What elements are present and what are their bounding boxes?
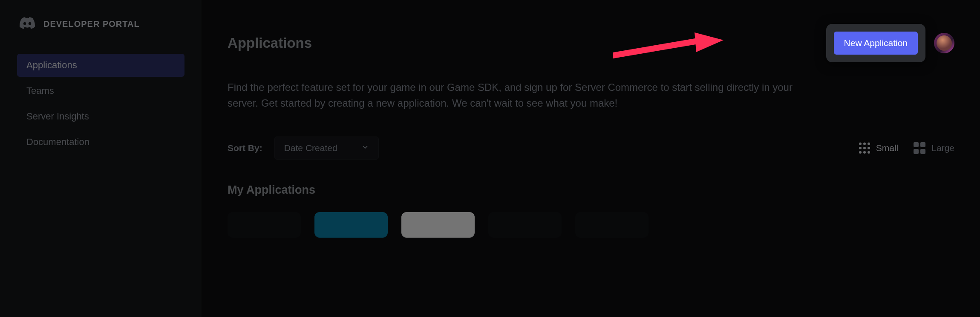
- view-small-button[interactable]: Small: [859, 143, 899, 154]
- application-card[interactable]: [401, 212, 475, 238]
- brand: DEVELOPER PORTAL: [20, 17, 184, 31]
- sort-label: Sort By:: [228, 143, 262, 153]
- chevron-down-icon: [361, 143, 369, 153]
- avatar-image: [937, 35, 952, 51]
- new-application-button[interactable]: New Application: [834, 32, 918, 55]
- avatar[interactable]: [934, 33, 954, 53]
- brand-title: DEVELOPER PORTAL: [43, 19, 140, 29]
- page-title: Applications: [228, 35, 312, 51]
- application-card[interactable]: [228, 212, 301, 238]
- new-application-highlight: New Application: [826, 24, 925, 62]
- sidebar-item-server-insights[interactable]: Server Insights: [17, 105, 184, 128]
- sort-control: Sort By: Date Created: [228, 137, 379, 160]
- sort-select[interactable]: Date Created: [274, 137, 379, 160]
- view-large-label: Large: [931, 143, 954, 153]
- view-toggles: Small Large: [859, 142, 954, 154]
- application-card[interactable]: [488, 212, 562, 238]
- sidebar-item-label: Server Insights: [26, 111, 89, 122]
- view-large-button[interactable]: Large: [914, 142, 954, 154]
- page-description: Find the perfect feature set for your ga…: [228, 79, 824, 111]
- application-cards: [228, 212, 954, 238]
- sidebar-item-label: Documentation: [26, 137, 89, 147]
- sidebar-item-documentation[interactable]: Documentation: [17, 131, 184, 154]
- topbar: Applications New Application: [228, 24, 954, 62]
- controls-row: Sort By: Date Created Small Large: [228, 137, 954, 160]
- top-right: New Application: [826, 24, 954, 62]
- section-title: My Applications: [228, 183, 954, 197]
- sidebar-item-label: Teams: [26, 85, 54, 96]
- sidebar-item-applications[interactable]: Applications: [17, 54, 184, 77]
- application-card[interactable]: [314, 212, 388, 238]
- discord-logo-icon: [20, 17, 35, 31]
- grid-small-icon: [859, 143, 870, 154]
- sort-selected-value: Date Created: [284, 143, 337, 153]
- view-small-label: Small: [876, 143, 899, 153]
- sidebar-item-label: Applications: [26, 60, 77, 70]
- sidebar-item-teams[interactable]: Teams: [17, 79, 184, 102]
- sidebar: DEVELOPER PORTAL Applications Teams Serv…: [0, 0, 202, 317]
- application-card[interactable]: [575, 212, 649, 238]
- grid-large-icon: [914, 142, 925, 154]
- main-content: Applications New Application Find the pe…: [202, 0, 980, 317]
- nav-list: Applications Teams Server Insights Docum…: [17, 54, 184, 154]
